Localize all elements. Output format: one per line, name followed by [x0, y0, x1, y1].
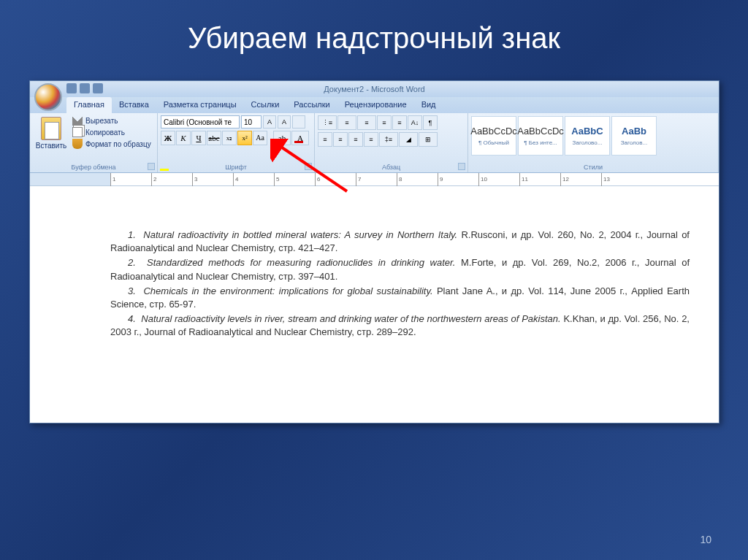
highlight-button[interactable]: ab [273, 131, 291, 145]
style-name: Заголов... [621, 139, 647, 146]
ruler-tick: 2 [151, 173, 192, 186]
group-font: Calibri (Основной те 10 A A Ж К Ч abc x₂… [158, 113, 315, 172]
tab-review[interactable]: Рецензирование [337, 97, 414, 113]
slide-title: Убираем надстрочный знак [0, 0, 748, 69]
style-name: Заголово... [573, 139, 603, 146]
paragraph-dialog-launcher[interactable] [458, 163, 465, 170]
increase-indent-button[interactable]: ≡ [392, 115, 407, 130]
shrink-font-button[interactable]: A [278, 115, 291, 129]
style-preview: AaBbC [571, 126, 603, 137]
save-icon[interactable] [66, 83, 77, 93]
change-case-button[interactable]: Aa [253, 131, 267, 145]
undo-icon[interactable] [80, 83, 90, 93]
style-no-spacing[interactable]: AaBbCcDc ¶ Без инте... [518, 116, 563, 156]
highlight-label: ab [278, 134, 286, 142]
word-window: Документ2 - Microsoft Word Главная Встав… [29, 80, 720, 423]
ruler-tick: 6 [315, 173, 356, 186]
ruler-tick: 8 [397, 173, 438, 186]
ruler-tick: 11 [519, 173, 560, 186]
multilevel-list-button[interactable]: ≡ [357, 115, 376, 130]
superscript-button[interactable]: x² [237, 131, 252, 145]
numbering-button[interactable]: ≡ [337, 115, 356, 130]
quick-access-toolbar [66, 83, 103, 93]
copy-label: Копировать [85, 129, 125, 137]
sort-button[interactable]: A↓ [408, 115, 422, 130]
grow-font-button[interactable]: A [263, 115, 276, 129]
ruler-tick: 5 [274, 173, 315, 186]
ref-title: Standardized methods for measuring radio… [147, 257, 455, 268]
document-area[interactable]: 1. Natural radioactivity in bottled mine… [30, 186, 719, 423]
bold-button[interactable]: Ж [161, 131, 175, 145]
ruler-tick: 7 [356, 173, 397, 186]
cut-button[interactable]: Вырезать [72, 115, 151, 126]
tab-home[interactable]: Главная [66, 97, 112, 113]
paste-button[interactable]: Вставить [33, 115, 69, 151]
tab-insert[interactable]: Вставка [112, 97, 156, 113]
shading-button[interactable]: ◢ [399, 132, 418, 147]
font-color-button[interactable]: A [291, 131, 309, 145]
format-painter-button[interactable]: Формат по образцу [72, 139, 151, 149]
office-button[interactable] [34, 83, 62, 111]
decrease-indent-button[interactable]: ≡ [377, 115, 392, 130]
font-dialog-launcher[interactable] [305, 163, 312, 170]
tab-mailings[interactable]: Рассылки [286, 97, 337, 113]
cut-label: Вырезать [85, 117, 118, 125]
group-label-paragraph: Абзац [315, 164, 468, 171]
style-preview: AaBbCcDc [470, 126, 517, 137]
style-normal[interactable]: AaBbCcDc ¶ Обычный [471, 116, 516, 156]
ruler-tick: 1 [110, 173, 151, 186]
redo-icon[interactable] [93, 83, 103, 93]
ref-num: 4. [128, 313, 136, 324]
show-marks-button[interactable]: ¶ [423, 115, 438, 130]
group-clipboard: Вставить Вырезать Копировать Формат по о… [30, 113, 158, 172]
clear-formatting-button[interactable] [292, 115, 305, 129]
copy-icon [72, 127, 83, 137]
ruler-tick: 3 [192, 173, 233, 186]
align-right-button[interactable]: ≡ [348, 132, 363, 147]
font-family-combo[interactable]: Calibri (Основной те [161, 115, 240, 129]
group-label-font: Шрифт [158, 164, 314, 171]
reference-entry: 4. Natural radioactivity levels in river… [110, 312, 690, 339]
ribbon: Вставить Вырезать Копировать Формат по о… [30, 113, 719, 173]
clipboard-dialog-launcher[interactable] [148, 163, 155, 170]
style-preview: AaBbCcDc [517, 126, 564, 137]
style-preview: AaBb [622, 126, 646, 137]
underline-button[interactable]: Ч [191, 131, 206, 145]
font-color-bar [294, 141, 303, 143]
subscript-button[interactable]: x₂ [222, 131, 237, 145]
ref-num: 2. [128, 257, 136, 268]
ruler-tick: 13 [601, 173, 642, 186]
style-heading1[interactable]: AaBbC Заголово... [565, 116, 610, 156]
italic-button[interactable]: К [176, 131, 191, 145]
style-heading2[interactable]: AaBb Заголов... [611, 116, 657, 156]
tab-view[interactable]: Вид [414, 97, 443, 113]
borders-button[interactable]: ⊞ [419, 132, 438, 147]
tab-references[interactable]: Ссылки [244, 97, 287, 113]
group-label-clipboard: Буфер обмена [30, 164, 157, 171]
ref-num: 3. [128, 285, 136, 296]
ruler-tick: 4 [233, 173, 274, 186]
slide-page-number: 10 [700, 534, 711, 545]
group-paragraph: ⋮≡ ≡ ≡ ≡ ≡ A↓ ¶ ≡ ≡ ≡ ≡ ‡≡ ◢ ⊞ Абзац [315, 113, 468, 172]
brush-icon [72, 139, 83, 149]
line-spacing-button[interactable]: ‡≡ [379, 132, 398, 147]
ref-title: Natural radioactivity in bottled mineral… [143, 229, 457, 240]
window-titlebar: Документ2 - Microsoft Word [30, 81, 719, 97]
ribbon-tabs: Главная Вставка Разметка страницы Ссылки… [30, 97, 719, 113]
copy-button[interactable]: Копировать [72, 127, 151, 137]
reference-entry: 3. Chemicals in the environment: implica… [110, 285, 690, 311]
style-name: ¶ Без инте... [524, 139, 557, 146]
ruler-tick: 9 [438, 173, 478, 186]
bullets-button[interactable]: ⋮≡ [318, 115, 337, 130]
tab-page-layout[interactable]: Разметка страницы [156, 97, 244, 113]
font-size-combo[interactable]: 10 [241, 115, 262, 129]
reference-entry: 2. Standardized methods for measuring ra… [110, 256, 690, 283]
strikethrough-button[interactable]: abc [207, 131, 221, 145]
ref-title: Chemicals in the environment: implicatio… [143, 285, 432, 296]
justify-button[interactable]: ≡ [364, 132, 378, 147]
reference-entry: 1. Natural radioactivity in bottled mine… [110, 229, 690, 255]
horizontal-ruler[interactable]: 1 2 3 4 5 6 7 8 9 10 11 12 13 [30, 173, 719, 186]
align-center-button[interactable]: ≡ [333, 132, 348, 147]
group-styles: AaBbCcDc ¶ Обычный AaBbCcDc ¶ Без инте..… [468, 113, 719, 172]
align-left-button[interactable]: ≡ [318, 132, 332, 147]
